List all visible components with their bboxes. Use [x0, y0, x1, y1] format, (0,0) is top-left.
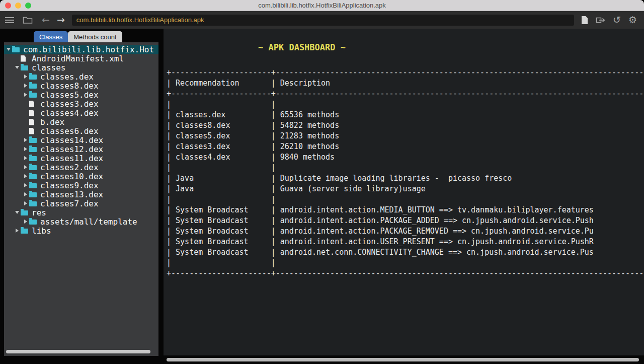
settings-gear-icon[interactable]: ⚙ — [628, 15, 637, 25]
history-icon[interactable]: ↺ — [613, 15, 621, 25]
dashboard-panel: ~ APK DASHBOARD ~ +---------------------… — [164, 29, 644, 364]
disclosure-slot — [22, 93, 29, 97]
folder-icon — [29, 138, 37, 143]
folder-icon — [29, 93, 37, 98]
forward-icon[interactable]: → — [57, 15, 65, 25]
disclosure-triangle-icon[interactable] — [24, 156, 27, 160]
toolbar: ← → com.bilibili.lib.hotfix.HotfixBiliAp… — [0, 11, 644, 29]
window-title: com.bilibili.lib.hotfix.HotfixBiliApplic… — [0, 2, 644, 9]
close-window-button[interactable] — [5, 3, 11, 9]
tree-item[interactable]: classes — [4, 63, 158, 72]
disclosure-triangle-icon[interactable] — [24, 138, 27, 142]
tree-item[interactable]: classes2.dex — [4, 163, 158, 172]
disclosure-triangle-icon[interactable] — [7, 48, 11, 51]
disclosure-slot — [14, 211, 21, 214]
sidebar-hscrollbar-thumb[interactable] — [6, 350, 150, 353]
tree-item-label: classes — [32, 63, 65, 72]
disclosure-triangle-icon[interactable] — [16, 229, 19, 233]
file-icon — [29, 119, 34, 125]
disclosure-slot — [22, 183, 29, 187]
tree-item[interactable]: classes8.dex — [4, 81, 158, 90]
tree-item-icon-slot — [21, 209, 30, 215]
disclosure-triangle-icon[interactable] — [24, 220, 27, 224]
tree-item-icon-slot — [29, 137, 39, 143]
table-row-line: | Recommendation | Description — [167, 78, 644, 89]
tree-item-icon-slot — [12, 46, 22, 52]
tree-item-icon-slot — [29, 182, 39, 188]
tree-item-label: b.dex — [40, 117, 64, 127]
tree-item-icon-slot — [29, 74, 39, 80]
tree-item[interactable]: classes4.dex — [4, 108, 158, 117]
table-border-line: +----------------------+----------------… — [167, 268, 644, 279]
traffic-lights — [5, 3, 31, 9]
disclosure-triangle-icon[interactable] — [24, 165, 27, 169]
tab-classes[interactable]: Classes — [34, 31, 68, 42]
tree-item[interactable]: classes5.dex — [4, 90, 158, 99]
disclosure-triangle-icon[interactable] — [24, 84, 27, 88]
folder-icon — [29, 165, 37, 170]
disclosure-slot — [22, 165, 29, 169]
tree-item[interactable]: classes3.dex — [4, 99, 158, 108]
folder-icon — [29, 156, 37, 161]
tree-item[interactable]: classes10.dex — [4, 172, 158, 181]
tree-item-icon-slot — [29, 200, 39, 206]
app-window: com.bilibili.lib.hotfix.HotfixBiliApplic… — [0, 0, 644, 364]
tree-item-icon-slot — [29, 146, 39, 152]
tree-item[interactable]: assets/mall/template — [4, 217, 158, 226]
disclosure-triangle-icon[interactable] — [24, 75, 27, 79]
tab-methods-count[interactable]: Methods count — [68, 31, 122, 42]
table-row-line: | classes.dex | 65536 methods — [167, 110, 644, 120]
sidebar-tabs: Classes Methods count — [34, 31, 122, 42]
tree-item[interactable]: classes11.dex — [4, 154, 158, 163]
table-row-line: | System Broadcast | android.intent.acti… — [167, 215, 644, 226]
tree-item[interactable]: classes14.dex — [4, 135, 158, 144]
dashboard-title: ~ APK DASHBOARD ~ — [258, 42, 644, 52]
tree-item[interactable]: classes6.dex — [4, 126, 158, 135]
disclosure-triangle-icon[interactable] — [24, 201, 27, 205]
tree-item[interactable]: classes7.dex — [4, 199, 158, 208]
tree-item[interactable]: AndroidManifest.xml — [4, 54, 158, 63]
disclosure-triangle-icon[interactable] — [24, 183, 27, 187]
back-icon[interactable]: ← — [42, 15, 50, 25]
tree-item[interactable]: com.bilibili.lib.hotfix.Hot — [4, 45, 158, 54]
table-row-line: | System Broadcast | android.intent.acti… — [167, 237, 644, 247]
folder-icon — [29, 201, 37, 206]
tree-item[interactable]: classes.dex — [4, 72, 158, 81]
file-icon — [29, 110, 34, 116]
tree-item-label: classes3.dex — [40, 99, 99, 109]
main-hscrollbar[interactable] — [167, 358, 639, 361]
table-row-line: | | — [167, 99, 644, 110]
tree-item[interactable]: res — [4, 208, 158, 217]
tree-item-icon-slot — [29, 173, 39, 179]
disclosure-triangle-icon[interactable] — [24, 192, 27, 196]
table-row-line: | classes3.dex | 26210 methods — [167, 141, 644, 152]
tree-item-icon-slot — [21, 228, 30, 234]
tree-item-icon-slot — [29, 164, 39, 170]
tree-item-icon-slot — [29, 83, 39, 89]
tree-item[interactable]: classes9.dex — [4, 181, 158, 190]
tree-item-label: classes11.dex — [40, 154, 103, 163]
minimize-window-button[interactable] — [15, 3, 21, 9]
tree-item-icon-slot — [29, 219, 39, 225]
disclosure-slot — [14, 66, 21, 69]
disclosure-triangle-icon[interactable] — [24, 93, 27, 97]
table-row-line: | | — [167, 163, 644, 173]
disclosure-triangle-icon[interactable] — [15, 66, 19, 69]
menu-icon[interactable] — [5, 17, 14, 23]
disclosure-triangle-icon[interactable] — [24, 174, 27, 178]
open-folder-icon[interactable] — [23, 16, 33, 24]
share-icon[interactable] — [596, 16, 605, 24]
disclosure-triangle-icon[interactable] — [15, 211, 19, 214]
zoom-window-button[interactable] — [25, 3, 31, 9]
tree-item[interactable]: libs — [4, 226, 158, 235]
table-row-line: | classes8.dex | 54822 methods — [167, 120, 644, 131]
export-file-icon[interactable] — [581, 16, 588, 25]
tree-item[interactable]: classes12.dex — [4, 144, 158, 154]
sidebar-hscrollbar[interactable] — [6, 350, 153, 353]
disclosure-triangle-icon[interactable] — [24, 147, 27, 151]
path-input[interactable]: com.bilibili.lib.hotfix.HotfixBiliApplic… — [72, 15, 574, 26]
tree-item[interactable]: classes13.dex — [4, 190, 158, 199]
tree-item[interactable]: b.dex — [4, 117, 158, 126]
tree-item-label: classes4.dex — [40, 108, 99, 118]
titlebar: com.bilibili.lib.hotfix.HotfixBiliApplic… — [0, 0, 644, 11]
